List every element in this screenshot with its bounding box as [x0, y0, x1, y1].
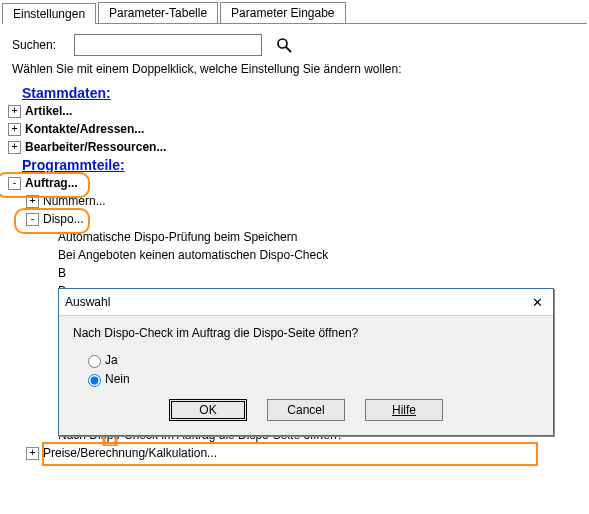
tab-einstellungen[interactable]: Einstellungen [2, 3, 96, 24]
search-icon[interactable] [276, 37, 292, 53]
instruction-text: Wählen Sie mit einem Doppelklick, welche… [0, 62, 589, 84]
search-row: Suchen: [0, 24, 589, 62]
search-input[interactable] [74, 34, 262, 56]
collapse-icon[interactable]: - [26, 213, 39, 226]
help-button[interactable]: Hilfe [365, 399, 443, 421]
expand-icon[interactable]: + [8, 141, 21, 154]
tab-parameter-tabelle[interactable]: Parameter-Tabelle [98, 2, 218, 23]
node-dispo[interactable]: Dispo... [43, 212, 84, 226]
tab-bar: Einstellungen Parameter-Tabelle Paramete… [2, 2, 587, 24]
expand-icon[interactable]: + [8, 105, 21, 118]
tab-parameter-eingabe[interactable]: Parameter Eingabe [220, 2, 345, 23]
svg-point-0 [278, 39, 287, 48]
collapse-icon[interactable]: - [8, 177, 21, 190]
node-kontakte[interactable]: Kontakte/Adressen... [25, 122, 144, 136]
node-artikel[interactable]: Artikel... [25, 104, 72, 118]
cat-programmteile[interactable]: Programmteile: [22, 157, 125, 173]
svg-line-1 [286, 47, 291, 52]
radio-ja[interactable] [88, 355, 101, 368]
option-nein-label: Nein [105, 372, 130, 386]
expand-icon[interactable]: + [26, 195, 39, 208]
close-icon[interactable]: ✕ [527, 293, 547, 311]
cancel-button[interactable]: Cancel [267, 399, 345, 421]
node-nummern[interactable]: Nummern... [43, 194, 106, 208]
expand-icon[interactable]: + [8, 123, 21, 136]
tree-item[interactable]: Bei Angeboten keinen automatischen Dispo… [58, 248, 328, 262]
ok-button[interactable]: OK [169, 399, 247, 421]
radio-nein[interactable] [88, 374, 101, 387]
expand-icon[interactable]: + [26, 447, 39, 460]
option-ja-label: Ja [105, 353, 118, 367]
search-label: Suchen: [12, 38, 56, 52]
node-auftrag[interactable]: Auftrag... [25, 176, 78, 190]
tree-item[interactable]: Automatische Dispo-Prüfung beim Speicher… [58, 230, 297, 244]
node-preise[interactable]: Preise/Berechnung/Kalkulation... [43, 446, 217, 460]
dialog-auswahl: Auswahl ✕ Nach Dispo-Check im Auftrag di… [58, 288, 554, 436]
cat-stammdaten[interactable]: Stammdaten: [22, 85, 111, 101]
tree-item[interactable]: B [58, 266, 66, 280]
node-bearbeiter[interactable]: Bearbeiter/Ressourcen... [25, 140, 166, 154]
option-ja[interactable]: Ja [83, 352, 539, 368]
option-nein[interactable]: Nein [83, 371, 539, 387]
dialog-question: Nach Dispo-Check im Auftrag die Dispo-Se… [73, 326, 539, 340]
dialog-title: Auswahl [65, 295, 110, 309]
